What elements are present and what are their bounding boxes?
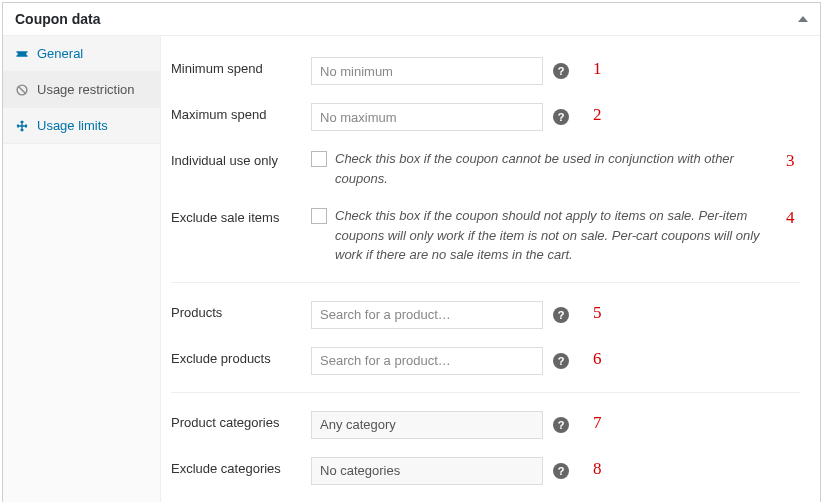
products-select[interactable]: Search for a product… [311, 301, 543, 329]
annotation-number: 4 [786, 208, 800, 228]
tab-usage-limits[interactable]: Usage limits [3, 108, 160, 144]
help-icon[interactable]: ? [553, 463, 569, 479]
label-product-categories: Product categories [171, 411, 311, 430]
tab-label: General [37, 46, 83, 61]
tab-usage-restriction[interactable]: Usage restriction [3, 72, 160, 108]
label-products: Products [171, 301, 311, 320]
collapse-toggle-icon[interactable] [798, 16, 808, 22]
row-exclude-categories: Exclude categories No categories ? 8 [171, 448, 800, 494]
help-icon[interactable]: ? [553, 109, 569, 125]
help-icon[interactable]: ? [553, 307, 569, 323]
panel-body: General Usage restriction Usage limits M… [3, 36, 820, 502]
tab-general[interactable]: General [3, 36, 160, 72]
annotation-number: 6 [593, 349, 607, 369]
move-icon [15, 119, 29, 133]
row-maximum-spend: Maximum spend ? 2 [171, 94, 800, 140]
tab-label: Usage limits [37, 118, 108, 133]
annotation-number: 2 [593, 105, 607, 125]
help-icon[interactable]: ? [553, 353, 569, 369]
ban-icon [15, 83, 29, 97]
row-products: Products Search for a product… ? 5 [171, 282, 800, 338]
annotation-number: 3 [786, 151, 800, 171]
annotation-number: 1 [593, 59, 607, 79]
label-exclude-sale: Exclude sale items [171, 206, 311, 225]
label-minimum-spend: Minimum spend [171, 57, 311, 76]
annotation-number: 7 [593, 413, 607, 433]
product-categories-select[interactable]: Any category [311, 411, 543, 439]
individual-use-description: Check this box if the coupon cannot be u… [335, 149, 762, 188]
annotation-number: 8 [593, 459, 607, 479]
label-maximum-spend: Maximum spend [171, 103, 311, 122]
exclude-products-select[interactable]: Search for a product… [311, 347, 543, 375]
exclude-categories-select[interactable]: No categories [311, 457, 543, 485]
tabs-sidebar: General Usage restriction Usage limits [3, 36, 161, 502]
svg-line-1 [19, 86, 26, 93]
row-exclude-sale: Exclude sale items Check this box if the… [171, 197, 800, 274]
row-individual-use: Individual use only Check this box if th… [171, 140, 800, 197]
label-individual-use: Individual use only [171, 149, 311, 168]
row-minimum-spend: Minimum spend ? 1 [171, 48, 800, 94]
tab-label: Usage restriction [37, 82, 135, 97]
panel-title: Coupon data [15, 11, 101, 27]
exclude-sale-checkbox[interactable] [311, 208, 327, 224]
row-exclude-products: Exclude products Search for a product… ?… [171, 338, 800, 384]
minimum-spend-input[interactable] [311, 57, 543, 85]
help-icon[interactable]: ? [553, 417, 569, 433]
label-exclude-categories: Exclude categories [171, 457, 311, 476]
coupon-data-panel: Coupon data General Usage restriction [2, 2, 821, 502]
individual-use-checkbox[interactable] [311, 151, 327, 167]
form-content: Minimum spend ? 1 Maximum spend ? 2 Indi… [161, 36, 820, 502]
exclude-sale-description: Check this box if the coupon should not … [335, 206, 762, 265]
help-icon[interactable]: ? [553, 63, 569, 79]
ticket-icon [15, 47, 29, 61]
label-exclude-products: Exclude products [171, 347, 311, 366]
panel-header[interactable]: Coupon data [3, 3, 820, 36]
row-product-categories: Product categories Any category ? 7 [171, 392, 800, 448]
annotation-number: 5 [593, 303, 607, 323]
maximum-spend-input[interactable] [311, 103, 543, 131]
